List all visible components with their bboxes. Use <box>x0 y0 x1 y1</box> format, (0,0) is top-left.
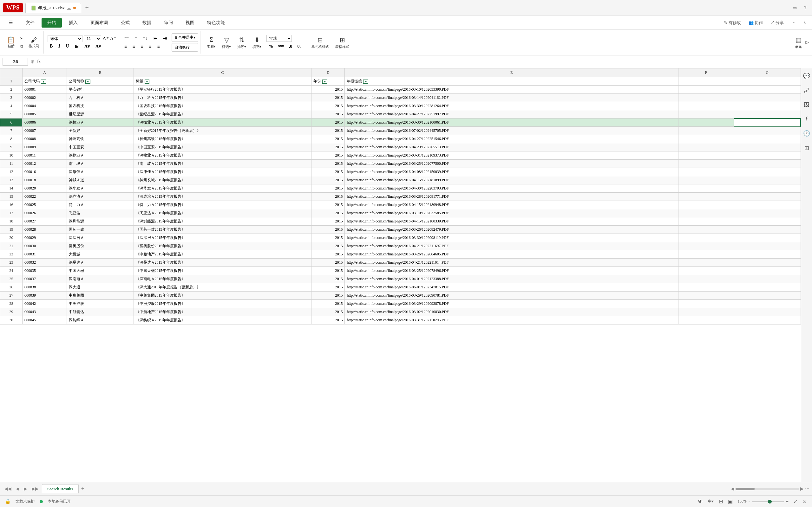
table-row[interactable]: 30000045深纺织Ａ《深纺织Ａ2015年年度报告》2015http://st… <box>0 316 801 325</box>
col-header-d[interactable]: D <box>311 68 345 77</box>
cell-title[interactable]: 《神州长城2015年年度报告》 <box>134 176 311 184</box>
add-sheet-button[interactable]: + <box>81 486 84 492</box>
cell-f[interactable] <box>678 94 734 102</box>
cell-g[interactable] <box>734 143 801 152</box>
dist-left-button[interactable]: ≡ <box>147 43 154 50</box>
cell-code[interactable]: 000037 <box>22 275 67 283</box>
zoom-slider[interactable] <box>752 501 784 502</box>
cell-year[interactable]: 2015 <box>311 110 345 118</box>
cell-code[interactable]: 000038 <box>22 283 67 291</box>
cell-link[interactable]: http://static.cninfo.com.cn/finalpage/20… <box>345 168 678 176</box>
cell-g[interactable] <box>734 110 801 118</box>
table-row[interactable]: 29000043中航善达《中航地产2015年年度报告》2015http://st… <box>0 308 801 316</box>
col-header-c[interactable]: C <box>134 68 311 77</box>
cell-link[interactable]: http://static.cninfo.com.cn/finalpage/20… <box>345 242 678 250</box>
col-header-b[interactable]: B <box>67 68 134 77</box>
cell-name[interactable]: 世纪星源 <box>67 110 134 118</box>
cell-title[interactable]: 《世纪星源2015年年度报告》 <box>134 110 311 118</box>
h-scrollbar-track[interactable] <box>735 488 799 490</box>
filter-col-a-btn[interactable]: ▼ <box>41 79 46 83</box>
has-changes-btn[interactable]: ✎ 有修改 <box>721 19 743 27</box>
row-number[interactable]: 26 <box>0 283 22 291</box>
cell-f[interactable] <box>678 275 734 283</box>
file-tab[interactable]: 📗 年报_2015.xlsx ☁ <box>26 3 81 13</box>
cell-f[interactable] <box>678 209 734 217</box>
cell-title[interactable]: 《中洲控股2015年年度报告》 <box>134 300 311 308</box>
cell-code[interactable]: 000007 <box>22 127 67 135</box>
lang-select[interactable]: 中▾ <box>708 499 714 504</box>
cell-f[interactable] <box>678 127 734 135</box>
cell-link[interactable]: http://static.cninfo.com.cn/finalpage/20… <box>345 86 678 94</box>
percent-button[interactable]: % <box>266 43 275 50</box>
row-number[interactable]: 21 <box>0 242 22 250</box>
cell-year[interactable]: 2015 <box>311 168 345 176</box>
tab-home[interactable]: 开始 <box>42 18 62 27</box>
wrap-text-button[interactable]: 自动换行 <box>171 43 198 52</box>
cell-name[interactable]: 深大通 <box>67 283 134 291</box>
row-number[interactable]: 20 <box>0 234 22 242</box>
cell-g[interactable] <box>734 209 801 217</box>
cell-f[interactable] <box>678 160 734 168</box>
sort-button[interactable]: ⇅ 排序▾ <box>235 35 249 50</box>
cell-g[interactable] <box>734 176 801 184</box>
cell-name[interactable]: 深康佳Ａ <box>67 168 134 176</box>
cell-f[interactable] <box>678 308 734 316</box>
cell-link[interactable]: http://static.cninfo.com.cn/finalpage/20… <box>345 291 678 300</box>
cell-code[interactable]: 000032 <box>22 259 67 267</box>
cell-code[interactable]: 000028 <box>22 226 67 234</box>
cell-code[interactable]: 000020 <box>22 184 67 193</box>
col-header-f[interactable]: F <box>678 68 734 77</box>
cell-g[interactable] <box>734 127 801 135</box>
cut-button[interactable]: ✂ <box>19 36 25 42</box>
table-row[interactable]: 4000004国农科技《国农科技2015年年度报告》2015http://sta… <box>0 102 801 110</box>
tab-formula[interactable]: 公式 <box>115 18 136 27</box>
cell-g[interactable] <box>734 300 801 308</box>
cell-name[interactable]: 全新好 <box>67 127 134 135</box>
cell-name[interactable]: 大悦城 <box>67 250 134 259</box>
col-header-g[interactable]: G <box>734 68 801 77</box>
cell-code[interactable]: 000011 <box>22 152 67 160</box>
cell-title[interactable]: 《国农科技2015年年度报告》 <box>134 102 311 110</box>
cell-link[interactable]: http://static.cninfo.com.cn/finalpage/20… <box>345 176 678 184</box>
cell-year[interactable]: 2015 <box>311 209 345 217</box>
table-row[interactable]: 11000012南 玻Ａ《南 玻Ａ2015年年度报告》2015http://st… <box>0 160 801 168</box>
cell-link[interactable]: http://static.cninfo.com.cn/finalpage/20… <box>345 226 678 234</box>
cell-link[interactable]: http://static.cninfo.com.cn/finalpage/20… <box>345 184 678 193</box>
cell-g[interactable] <box>734 135 801 143</box>
cell-year[interactable]: 2015 <box>311 193 345 201</box>
cell-f[interactable] <box>678 316 734 325</box>
cell-title[interactable]: 《国药一致2015年年度报告》 <box>134 226 311 234</box>
row-number[interactable]: 4 <box>0 102 22 110</box>
cell-f[interactable] <box>678 217 734 226</box>
cell-g[interactable] <box>734 259 801 267</box>
font-size-up-icon[interactable]: A⁺ <box>102 36 109 42</box>
formula-expand-icon[interactable]: ⊕ <box>31 59 35 65</box>
sidebar-time-icon[interactable]: 🕐 <box>801 128 812 139</box>
tab-data[interactable]: 数据 <box>137 18 157 27</box>
cell-g[interactable] <box>734 168 801 176</box>
sidebar-paint-icon[interactable]: 🖊 <box>802 85 811 96</box>
tab-features[interactable]: 特色功能 <box>201 18 231 27</box>
tab-view[interactable]: 视图 <box>180 18 200 27</box>
cell-g[interactable] <box>734 184 801 193</box>
cell-f[interactable] <box>678 86 734 94</box>
table-row[interactable]: 17000026飞亚达《飞亚达Ａ2015年年度报告》2015http://sta… <box>0 209 801 217</box>
cell-format-button[interactable]: ▦ 单元 <box>792 35 805 50</box>
cell-code[interactable]: 000009 <box>22 143 67 152</box>
cell-code[interactable]: 000030 <box>22 242 67 250</box>
cell-year[interactable]: 2015 <box>311 308 345 316</box>
cell-code[interactable]: 000012 <box>22 160 67 168</box>
more-btn[interactable]: ⋯ <box>789 19 798 26</box>
row-number[interactable]: 6 <box>0 118 22 127</box>
font-size-select[interactable]: 11 <box>84 35 101 42</box>
cell-g[interactable] <box>734 193 801 201</box>
table-row[interactable]: 13000018神城Ａ退《神州长城2015年年度报告》2015http://st… <box>0 176 801 184</box>
col-header-e[interactable]: E <box>345 68 678 77</box>
row-number[interactable]: 15 <box>0 193 22 201</box>
cell-title[interactable]: 《深南电Ａ2015年年度报告》 <box>134 275 311 283</box>
formula-input[interactable] <box>44 58 809 65</box>
filter-col-e-btn[interactable]: ▼ <box>363 79 368 83</box>
cell-link[interactable]: http://static.cninfo.com.cn/finalpage/20… <box>345 234 678 242</box>
cell-code[interactable]: 000043 <box>22 308 67 316</box>
cell-year[interactable]: 2015 <box>311 86 345 94</box>
